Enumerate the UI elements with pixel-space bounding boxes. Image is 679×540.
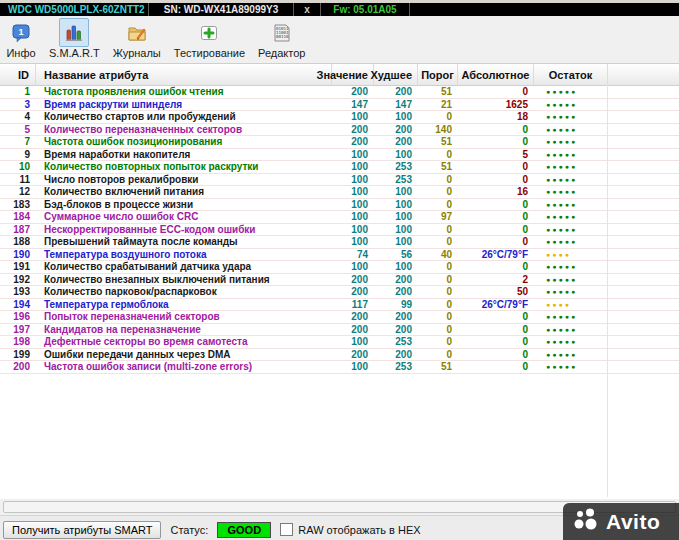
- toolbar-button-label: Тестирование: [174, 47, 245, 59]
- attribute-worst: 253: [374, 174, 418, 186]
- smart-attribute-row[interactable]: 193 Количество парковок/распарковок 200 …: [0, 286, 679, 299]
- smart-attribute-row[interactable]: 5 Количество переназначенных секторов 20…: [0, 124, 679, 137]
- attribute-id: 199: [0, 349, 36, 361]
- toolbar-button-smart[interactable]: S.M.A.R.T: [49, 18, 100, 59]
- attribute-remaining-dots: ●●●●●: [534, 161, 608, 173]
- smart-attribute-row[interactable]: 7 Частота ошибок позиционирования 200 20…: [0, 136, 679, 149]
- smart-attribute-row[interactable]: 199 Ошибки передачи данных через DMA 200…: [0, 349, 679, 362]
- attribute-name: Количество повторных попыток раскрутки: [36, 161, 332, 173]
- attribute-value: 117: [332, 299, 374, 311]
- attribute-remaining-dots: ●●●●●: [534, 149, 608, 161]
- smart-attribute-row[interactable]: 183 Бэд-блоков в процессе жизни 100 100 …: [0, 199, 679, 212]
- status-good-badge: GOOD: [217, 522, 271, 538]
- attribute-worst: 99: [374, 299, 418, 311]
- attribute-name: Превышений таймаута после команды: [36, 236, 332, 248]
- smart-attribute-row[interactable]: 188 Превышений таймаута после команды 10…: [0, 236, 679, 249]
- smart-attribute-row[interactable]: 1 Частота проявления ошибок чтения 200 2…: [0, 86, 679, 99]
- row-filler: [608, 324, 679, 336]
- attribute-remaining-dots: ●●●●●: [534, 136, 608, 148]
- attribute-value: 147: [332, 99, 374, 111]
- attribute-threshold: 0: [418, 299, 458, 311]
- attribute-name: Количество срабатываний датчика удара: [36, 261, 332, 273]
- smart-attribute-row[interactable]: 194 Температура гермоблока 117 99 0 26°C…: [0, 299, 679, 312]
- attribute-threshold: 0: [418, 286, 458, 298]
- smart-table-header: ID Название атрибута Значение Худшее Пор…: [0, 64, 679, 86]
- attribute-remaining-dots: ●●●●●: [534, 211, 608, 223]
- smart-attribute-row[interactable]: 11 Число повторов рекалибровки 100 253 0…: [0, 174, 679, 187]
- smart-attribute-row[interactable]: 191 Количество срабатываний датчика удар…: [0, 261, 679, 274]
- smart-attribute-row[interactable]: 9 Время наработки накопителя 100 100 0 5…: [0, 149, 679, 162]
- toolbar-button-editor[interactable]: 01011 11001 00110 Редактор: [258, 18, 305, 59]
- smart-attribute-row[interactable]: 192 Количество внезапных выключений пита…: [0, 274, 679, 287]
- smart-attribute-row[interactable]: 200 Частота ошибок записи (multi-zone er…: [0, 361, 679, 374]
- attribute-id: 5: [0, 124, 36, 136]
- attribute-raw-value: 16: [458, 186, 534, 198]
- smart-attribute-row[interactable]: 190 Температура воздушного потока 74 56 …: [0, 249, 679, 262]
- attribute-worst: 200: [374, 86, 418, 98]
- smart-attribute-row[interactable]: 187 Нескорректированные ECC-кодом ошибки…: [0, 224, 679, 237]
- smart-attribute-row[interactable]: 12 Количество включений питания 100 100 …: [0, 186, 679, 199]
- attribute-worst: 100: [374, 186, 418, 198]
- attribute-name: Ошибки передачи данных через DMA: [36, 349, 332, 361]
- smart-attribute-row[interactable]: 10 Количество повторных попыток раскрутк…: [0, 161, 679, 174]
- raw-hex-checkbox-label: RAW отображать в HEX: [298, 524, 420, 536]
- row-filler: [608, 136, 679, 148]
- attribute-threshold: 0: [418, 261, 458, 273]
- attribute-id: 200: [0, 361, 36, 373]
- toolbar-button-logs[interactable]: Журналы: [113, 18, 161, 59]
- attribute-threshold: 97: [418, 211, 458, 223]
- row-filler: [608, 274, 679, 286]
- toolbar-button-info[interactable]: 1 Инфо: [6, 18, 36, 59]
- row-filler: [608, 161, 679, 173]
- attribute-id: 187: [0, 224, 36, 236]
- toolbar-button-label: S.M.A.R.T: [49, 47, 100, 59]
- attribute-id: 184: [0, 211, 36, 223]
- attribute-threshold: 0: [418, 174, 458, 186]
- attribute-id: 1: [0, 86, 36, 98]
- raw-hex-checkbox[interactable]: [280, 523, 293, 536]
- attribute-worst: 56: [374, 249, 418, 261]
- get-smart-attributes-button[interactable]: Получить атрибуты SMART: [3, 521, 161, 539]
- row-filler: [608, 286, 679, 298]
- attribute-value: 200: [332, 274, 374, 286]
- tab-close-button[interactable]: x: [294, 3, 321, 16]
- attribute-remaining-dots: ●●●●●: [534, 186, 608, 198]
- attribute-worst: 100: [374, 111, 418, 123]
- attribute-name: Количество парковок/распарковок: [36, 286, 332, 298]
- attribute-remaining-dots: ●●●●●: [534, 261, 608, 273]
- attribute-worst: 200: [374, 136, 418, 148]
- attribute-worst: 100: [374, 211, 418, 223]
- attribute-raw-value: 0: [458, 211, 534, 223]
- smart-attribute-row[interactable]: 4 Количество стартов или пробуждений 100…: [0, 111, 679, 124]
- raw-hex-option[interactable]: RAW отображать в HEX: [280, 523, 420, 536]
- attribute-id: 193: [0, 286, 36, 298]
- attribute-name: Температура воздушного потока: [36, 249, 332, 261]
- smart-attribute-row[interactable]: 198 Дефектные секторы во время самотеста…: [0, 336, 679, 349]
- drive-firmware-label: Fw: 05.01A05: [321, 3, 410, 16]
- attribute-remaining-dots: ●●●●●: [534, 224, 608, 236]
- smart-attribute-row[interactable]: 184 Суммарное число ошибок CRC 100 100 9…: [0, 211, 679, 224]
- row-filler: [608, 311, 679, 323]
- attribute-threshold: 51: [418, 161, 458, 173]
- smart-attribute-row[interactable]: 3 Время раскрутки шпинделя 147 147 21 16…: [0, 99, 679, 112]
- attribute-remaining-dots: ●●●●●: [534, 274, 608, 286]
- row-filler: [608, 349, 679, 361]
- attribute-raw-value: 0: [458, 136, 534, 148]
- attribute-value: 200: [332, 286, 374, 298]
- attribute-raw-value: 0: [458, 336, 534, 348]
- attribute-raw-value: 0: [458, 199, 534, 211]
- attribute-worst: 200: [374, 349, 418, 361]
- toolbar-button-testing[interactable]: Тестирование: [174, 18, 245, 59]
- attribute-raw-value: 26°C/79°F: [458, 299, 534, 311]
- victoria-smart-window: WDC WD5000LPLX-60ZNTT2 SN: WD-WX41A89099…: [0, 0, 679, 540]
- attribute-worst: 200: [374, 124, 418, 136]
- attribute-raw-value: 0: [458, 349, 534, 361]
- attribute-raw-value: 0: [458, 161, 534, 173]
- row-filler: [608, 149, 679, 161]
- drive-serial-label: SN: WD-WX41A89099Y3: [149, 3, 294, 16]
- row-filler: [608, 261, 679, 273]
- smart-attribute-row[interactable]: 196 Попыток переназначений секторов 200 …: [0, 311, 679, 324]
- attribute-worst: 200: [374, 286, 418, 298]
- smart-attribute-row[interactable]: 197 Кандидатов на переназначение 200 200…: [0, 324, 679, 337]
- attribute-threshold: 0: [418, 324, 458, 336]
